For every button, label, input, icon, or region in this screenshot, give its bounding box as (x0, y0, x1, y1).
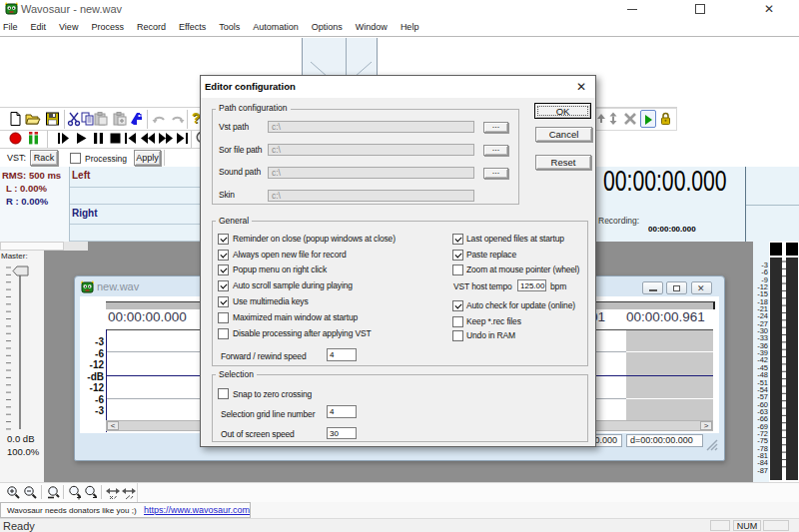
record-icon[interactable] (8, 131, 23, 147)
wave-left-edge (106, 329, 107, 432)
master-slider-thumb[interactable] (13, 266, 28, 275)
menu-item[interactable]: Record (137, 22, 166, 32)
snap-zero-crossing-label: Snap to zero crossing (233, 389, 312, 400)
record-pause-icon[interactable] (26, 131, 41, 147)
keep-rec-files-checkbox[interactable] (452, 316, 463, 327)
skin-label: Skin (219, 190, 235, 201)
processing-checkbox[interactable] (70, 153, 81, 164)
meter-hscrollbar[interactable] (0, 242, 88, 251)
zoom-mouse-pointer-checkbox[interactable] (452, 265, 463, 275)
vst-path-browse-button[interactable]: ... (483, 122, 508, 133)
menu-item[interactable]: Edit (31, 22, 47, 32)
menu-item[interactable]: Automation (253, 22, 299, 32)
vst-host-tempo-field[interactable]: 125.00 (517, 279, 546, 291)
maximize-button[interactable] (683, 0, 717, 18)
child-minimize-button[interactable] (642, 281, 663, 294)
last-opened-files-checkbox[interactable] (452, 234, 463, 245)
sound-path-field[interactable]: c:\ (268, 167, 474, 179)
donation-link[interactable]: https://www.wavosaur.com (144, 505, 250, 515)
menu-item[interactable]: Process (91, 22, 124, 32)
zoom-half-icon[interactable] (121, 485, 136, 501)
master-panel: Master: 0.0 (0, 251, 44, 482)
redo-icon[interactable] (170, 111, 185, 127)
apply-button[interactable]: Apply (134, 150, 161, 166)
play-tool-button[interactable] (640, 110, 656, 128)
selection-grid-field[interactable]: 4 (327, 405, 357, 418)
reminder-on-close-checkbox[interactable] (218, 234, 229, 245)
rewind-icon[interactable] (140, 131, 155, 147)
window-title: Wavosaur - new.wav (21, 3, 122, 15)
paste-replace-label: Paste replace (466, 250, 516, 261)
menu-item[interactable]: Effects (179, 22, 206, 32)
always-open-new-file-checkbox[interactable] (218, 250, 229, 261)
skin-field[interactable]: c:\ (268, 190, 474, 202)
child-restore-button[interactable] (666, 281, 687, 294)
scroll-left-button[interactable]: < (107, 421, 119, 430)
grid-line (626, 351, 713, 352)
menu-item[interactable]: Options (312, 22, 343, 32)
undo-icon[interactable] (151, 111, 166, 127)
menu-item[interactable]: View (59, 22, 78, 32)
paste-new-icon[interactable] (112, 111, 127, 127)
marker-updown-icon[interactable] (608, 112, 623, 128)
popup-menu-checkbox[interactable] (218, 265, 229, 275)
maximized-startup-label: Maximized main window at startup (233, 312, 358, 323)
maximized-startup-checkbox[interactable] (218, 312, 229, 323)
dialog-close-button[interactable]: ✕ (572, 79, 590, 95)
zoom-in-icon[interactable] (6, 485, 21, 501)
zoom-out-icon[interactable] (23, 485, 38, 501)
out-of-screen-field[interactable]: 30 (327, 427, 357, 439)
cancel-button[interactable]: Cancel (535, 127, 592, 142)
play-from-start-icon[interactable] (56, 131, 71, 147)
snap-zero-crossing-checkbox[interactable] (218, 388, 229, 399)
status-ready: Ready (3, 520, 35, 532)
child-resize-grip[interactable] (705, 438, 718, 451)
lock-icon[interactable] (659, 111, 674, 127)
close-button[interactable]: ✕ (753, 0, 787, 18)
zoom-vertical-in-icon[interactable] (68, 485, 83, 501)
stop-icon[interactable] (108, 131, 123, 147)
undo-in-ram-checkbox[interactable] (452, 330, 463, 341)
out-of-screen-label: Out of screen speed (221, 429, 295, 440)
menu-item[interactable]: Window (356, 22, 388, 32)
dialog-title-bar: Editor configuration ✕ (201, 76, 595, 98)
go-start-icon[interactable] (123, 131, 138, 147)
open-file-icon[interactable] (25, 111, 40, 127)
vu-meter-panel: -3-6-9-12-15-18-21-24-27-30-33-36-39-42-… (753, 242, 799, 482)
zoom-selection-icon[interactable] (46, 485, 61, 501)
menu-item[interactable]: File (3, 22, 18, 32)
paste-replace-checkbox[interactable] (452, 250, 463, 261)
rack-button[interactable]: Rack (30, 150, 58, 166)
reset-button[interactable]: Reset (535, 155, 591, 170)
minimize-button[interactable] (615, 0, 649, 18)
paste-mix-icon[interactable] (129, 111, 144, 127)
master-slider[interactable] (0, 263, 44, 434)
zoom-x2-icon[interactable] (105, 485, 120, 501)
auto-scroll-checkbox[interactable] (218, 280, 229, 291)
play-icon[interactable] (74, 131, 89, 147)
forward-rewind-speed-field[interactable]: 4 (327, 348, 357, 361)
zoom-vertical-out-icon[interactable] (84, 485, 99, 501)
paste-icon[interactable] (93, 111, 108, 127)
vst-host-tempo-label: VST host tempo (453, 281, 512, 292)
right-channel-label: Right (72, 208, 98, 219)
disable-processing-checkbox[interactable] (218, 328, 229, 339)
ok-button[interactable]: OK (534, 103, 591, 119)
pause-icon[interactable] (91, 131, 106, 147)
go-end-icon[interactable] (175, 131, 190, 147)
child-close-button[interactable]: ✕ (691, 281, 712, 294)
auto-check-update-checkbox[interactable] (452, 300, 463, 311)
forward-icon[interactable] (158, 131, 173, 147)
meter-hscrollbar-thumb[interactable] (0, 242, 64, 251)
delete-marker-icon[interactable] (623, 112, 638, 128)
multimedia-keys-checkbox[interactable] (218, 296, 229, 307)
menu-item[interactable]: Tools (219, 22, 240, 32)
scroll-right-button[interactable]: > (700, 421, 712, 430)
menu-item[interactable]: Help (400, 22, 419, 32)
sor-file-path-field[interactable]: c:\ (268, 144, 474, 156)
sound-path-browse-button[interactable]: ... (483, 168, 508, 179)
vst-path-field[interactable]: c:\ (268, 121, 474, 133)
sor-file-path-browse-button[interactable]: ... (483, 145, 508, 156)
new-file-icon[interactable] (8, 111, 23, 127)
save-file-icon[interactable] (45, 111, 60, 127)
